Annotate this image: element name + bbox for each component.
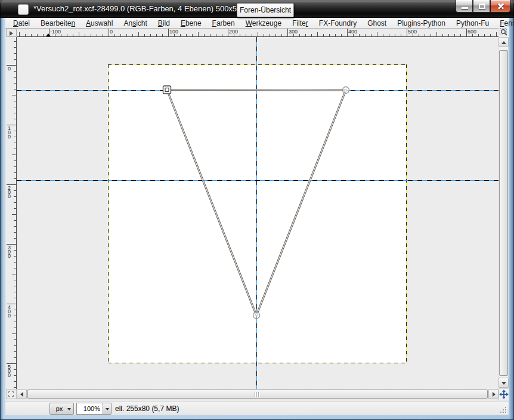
ruler-tick	[14, 345, 16, 346]
navigation-button[interactable]	[498, 388, 509, 400]
menu-item-plugins-python[interactable]: Plugins-Python	[392, 18, 451, 29]
tooltip-foren-uebersicht: Foren-Übersicht	[237, 3, 294, 17]
ruler-tick	[14, 232, 16, 233]
ruler-tick	[281, 34, 282, 36]
ruler-tick	[14, 286, 16, 286]
menu-item-datei[interactable]: Datei	[8, 18, 35, 29]
ruler-tick	[14, 160, 16, 161]
ruler-tick	[14, 190, 16, 191]
ruler-tick	[240, 34, 240, 36]
ruler-tick	[323, 34, 324, 36]
ruler-tick	[97, 34, 97, 36]
menu-item-fx-foundry[interactable]: FX-Foundry	[314, 18, 362, 29]
ruler-tick	[156, 34, 157, 36]
menu-item-filter[interactable]: Filter	[287, 18, 314, 29]
menu-item-fenster[interactable]: Fenster	[494, 18, 514, 29]
close-button[interactable]	[490, 0, 510, 13]
ruler-tick	[150, 34, 151, 36]
ruler-tick	[317, 32, 318, 36]
ruler-tick	[478, 34, 479, 36]
scroll-left-button[interactable]	[17, 389, 27, 399]
maximize-button[interactable]	[473, 0, 490, 13]
ruler-label: 3 0 0	[8, 246, 11, 258]
ruler-tick	[14, 77, 16, 78]
ruler-tick	[264, 34, 264, 36]
canvas-viewport[interactable]	[17, 37, 498, 389]
ruler-tick	[14, 250, 16, 251]
ruler-tick	[425, 34, 425, 36]
ruler-tick	[138, 32, 139, 36]
unit-dropdown[interactable]: px	[49, 403, 74, 415]
ruler-tick	[132, 34, 133, 36]
ruler-tick	[496, 32, 497, 36]
menu-item-ghost[interactable]: Ghost	[362, 18, 392, 29]
ruler-tick	[14, 113, 16, 113]
ruler-tick	[144, 34, 145, 36]
close-icon	[497, 2, 504, 10]
chevron-down-icon	[106, 408, 109, 410]
ruler-mouse-marker	[46, 33, 51, 36]
gimp-window: *Versuch2_rot.xcf-28499.0 (RGB-Farben, 4…	[0, 0, 514, 420]
status-bar: px 100% ell. 255x80 (5,7 MB)	[5, 401, 509, 415]
ruler-tick	[14, 47, 16, 48]
ruler-tick	[258, 32, 258, 36]
quick-mask-toggle[interactable]	[6, 389, 17, 399]
menu-item-bearbeiten[interactable]: Bearbeiten	[35, 18, 80, 29]
menu-item-farben[interactable]: Farben	[207, 18, 240, 29]
ruler-label: 300	[289, 29, 298, 35]
ruler-tick	[85, 34, 85, 36]
scroll-down-button[interactable]	[498, 378, 509, 388]
resize-grip[interactable]	[498, 404, 506, 413]
ruler-tick	[126, 34, 127, 36]
ruler-tick	[14, 196, 16, 197]
ruler-tick	[14, 143, 16, 143]
unit-label: px	[56, 405, 63, 412]
path-anchor-bottom[interactable]	[253, 312, 260, 319]
v-ruler[interactable]: 01 0 02 0 03 0 04 0 05 0 0	[6, 37, 17, 389]
ruler-label: 2 0 0	[8, 186, 11, 199]
minimize-button[interactable]	[456, 0, 473, 13]
ruler-tick	[287, 29, 288, 36]
path-anchor-top-right[interactable]	[343, 87, 349, 94]
arrow-down-icon	[501, 382, 506, 385]
menu-item-bild[interactable]: Bild	[153, 18, 175, 29]
ruler-tick	[14, 149, 16, 149]
menu-item-werkzeuge[interactable]: Werkzeuge	[240, 18, 287, 29]
ruler-tick	[103, 34, 103, 36]
ruler-tick	[14, 381, 16, 382]
ruler-label: 0	[8, 67, 11, 71]
ruler-tick	[25, 34, 26, 36]
zoom-follow-window-button[interactable]	[498, 27, 509, 37]
ruler-tick	[14, 202, 16, 203]
ruler-tick	[14, 238, 16, 239]
ruler-tick	[120, 34, 121, 36]
ruler-tick	[19, 32, 20, 36]
menu-item-python-fu[interactable]: Python-Fu	[451, 18, 494, 29]
scroll-right-button[interactable]	[488, 389, 498, 399]
quick-mask-icon	[8, 391, 14, 397]
ruler-tick	[43, 34, 44, 36]
path-anchor-selected[interactable]	[163, 86, 171, 94]
h-scrollbar-thumb[interactable]	[27, 390, 488, 399]
ruler-label: 200	[229, 29, 238, 35]
scroll-up-button[interactable]	[498, 37, 509, 47]
ruler-tick	[14, 328, 16, 328]
ruler-label: 1 0 0	[8, 126, 11, 139]
v-scrollbar-thumb[interactable]	[499, 50, 508, 376]
image-menu-button[interactable]	[6, 29, 17, 37]
menu-item-ebene[interactable]: Ebene	[175, 18, 207, 29]
ruler-tick	[14, 357, 16, 358]
menu-item-ansicht[interactable]: Ansicht	[118, 18, 152, 29]
zoom-dropdown-button[interactable]	[103, 403, 112, 415]
ruler-tick	[14, 220, 16, 221]
ruler-tick	[419, 34, 419, 36]
arrow-left-icon	[20, 392, 23, 397]
ruler-tick	[14, 280, 16, 280]
menu-bar: DateiBearbeitenAuswahlAnsichtBildEbeneFa…	[5, 18, 509, 29]
ruler-tick	[14, 339, 16, 340]
h-ruler[interactable]: -1000100200300400500600	[17, 29, 498, 37]
menu-item-auswahl[interactable]: Auswahl	[80, 18, 118, 29]
ruler-tick	[490, 34, 491, 36]
zoom-input[interactable]: 100%	[76, 403, 103, 415]
ruler-tick	[14, 107, 16, 107]
